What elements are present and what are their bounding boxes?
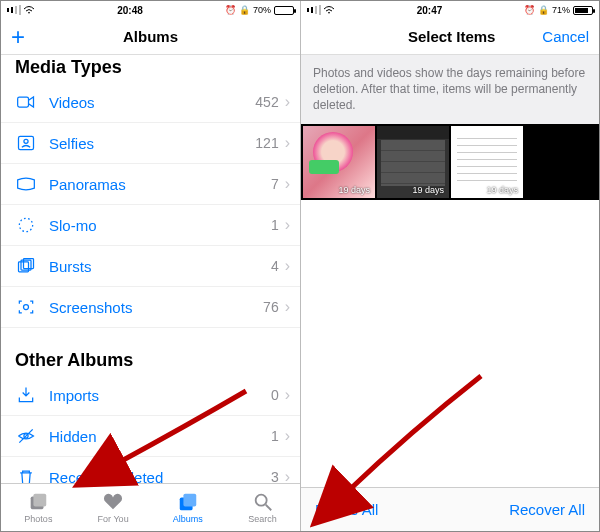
row-count: 76 bbox=[263, 299, 279, 315]
tab-search[interactable]: Search bbox=[225, 484, 300, 531]
hidden-icon bbox=[15, 425, 37, 447]
row-label: Recently Deleted bbox=[49, 469, 271, 484]
svg-point-7 bbox=[24, 305, 29, 310]
status-bar: 20:48 ⏰ 🔒 70% bbox=[1, 1, 300, 19]
row-label: Imports bbox=[49, 387, 271, 404]
tab-label: For You bbox=[98, 514, 129, 524]
wifi-icon bbox=[323, 6, 335, 15]
row-label: Hidden bbox=[49, 428, 271, 445]
orientation-lock-icon: 🔒 bbox=[239, 5, 250, 15]
photos-icon bbox=[27, 491, 49, 513]
albums-screen: 20:48 ⏰ 🔒 70% + Albums Media Types Video… bbox=[1, 1, 301, 531]
chevron-right-icon: › bbox=[285, 175, 290, 193]
row-count: 1 bbox=[271, 428, 279, 444]
row-count: 452 bbox=[255, 94, 278, 110]
section-other-albums: Other Albums bbox=[1, 342, 300, 375]
row-label: Screenshots bbox=[49, 299, 263, 316]
search-icon bbox=[252, 491, 274, 513]
chevron-right-icon: › bbox=[285, 468, 290, 483]
row-label: Selfies bbox=[49, 135, 255, 152]
row-label: Panoramas bbox=[49, 176, 271, 193]
bottom-toolbar: Delete All Recover All bbox=[301, 487, 599, 531]
svg-rect-11 bbox=[34, 494, 47, 507]
days-remaining: 19 days bbox=[486, 185, 518, 195]
row-count: 0 bbox=[271, 387, 279, 403]
trash-icon bbox=[15, 466, 37, 483]
screenshot-icon bbox=[15, 296, 37, 318]
tab-label: Search bbox=[248, 514, 277, 524]
svg-point-2 bbox=[24, 139, 28, 143]
slomo-icon bbox=[15, 214, 37, 236]
row-screenshots[interactable]: Screenshots 76 › bbox=[1, 287, 300, 328]
alarm-icon: ⏰ bbox=[524, 5, 535, 15]
chevron-right-icon: › bbox=[285, 257, 290, 275]
video-icon bbox=[15, 91, 37, 113]
svg-point-14 bbox=[255, 495, 266, 506]
foryou-icon bbox=[102, 491, 124, 513]
row-selfies[interactable]: Selfies 121 › bbox=[1, 123, 300, 164]
nav-bar: Select Items Cancel bbox=[301, 19, 599, 55]
row-label: Bursts bbox=[49, 258, 271, 275]
signal-icon bbox=[307, 5, 335, 15]
row-hidden[interactable]: Hidden 1 › bbox=[1, 416, 300, 457]
status-bar: 20:47 ⏰ 🔒 71% bbox=[301, 1, 599, 19]
svg-rect-0 bbox=[18, 97, 29, 107]
nav-title: Select Items bbox=[361, 28, 542, 45]
days-remaining: 19 days bbox=[338, 185, 370, 195]
tab-bar: Photos For You Albums Search bbox=[1, 483, 300, 531]
chevron-right-icon: › bbox=[285, 93, 290, 111]
row-count: 3 bbox=[271, 469, 279, 483]
other-albums-list: Imports 0 › Hidden 1 › Recently Deleted … bbox=[1, 375, 300, 483]
info-banner: Photos and videos show the days remainin… bbox=[301, 55, 599, 124]
chevron-right-icon: › bbox=[285, 386, 290, 404]
svg-rect-13 bbox=[183, 494, 196, 507]
battery-icon bbox=[274, 6, 294, 15]
panorama-icon bbox=[15, 173, 37, 195]
alarm-icon: ⏰ bbox=[225, 5, 236, 15]
select-items-screen: 20:47 ⏰ 🔒 71% Select Items Cancel Photos… bbox=[301, 1, 599, 531]
albums-icon bbox=[177, 491, 199, 513]
battery-text: 70% bbox=[253, 5, 271, 15]
tab-for-you[interactable]: For You bbox=[76, 484, 151, 531]
days-remaining: 19 days bbox=[412, 185, 444, 195]
row-bursts[interactable]: Bursts 4 › bbox=[1, 246, 300, 287]
row-panoramas[interactable]: Panoramas 7 › bbox=[1, 164, 300, 205]
wifi-icon bbox=[23, 6, 35, 15]
row-imports[interactable]: Imports 0 › bbox=[1, 375, 300, 416]
row-label: Slo-mo bbox=[49, 217, 271, 234]
delete-all-button[interactable]: Delete All bbox=[315, 501, 378, 518]
row-slomo[interactable]: Slo-mo 1 › bbox=[1, 205, 300, 246]
tab-label: Albums bbox=[173, 514, 203, 524]
cancel-button[interactable]: Cancel bbox=[542, 28, 589, 45]
chevron-right-icon: › bbox=[285, 216, 290, 234]
battery-icon bbox=[573, 6, 593, 15]
imports-icon bbox=[15, 384, 37, 406]
status-time: 20:48 bbox=[35, 5, 225, 16]
svg-line-9 bbox=[19, 429, 32, 442]
nav-bar: + Albums bbox=[1, 19, 300, 55]
chevron-right-icon: › bbox=[285, 134, 290, 152]
row-videos[interactable]: Videos 452 › bbox=[1, 82, 300, 123]
row-recently-deleted[interactable]: Recently Deleted 3 › bbox=[1, 457, 300, 483]
nav-title: Albums bbox=[31, 28, 270, 45]
section-media-types: Media Types bbox=[1, 55, 300, 82]
svg-point-3 bbox=[19, 218, 32, 231]
row-count: 121 bbox=[255, 135, 278, 151]
row-count: 1 bbox=[271, 217, 279, 233]
row-label: Videos bbox=[49, 94, 255, 111]
tab-photos[interactable]: Photos bbox=[1, 484, 76, 531]
thumbnail-grid: 19 days 19 days 19 days bbox=[301, 124, 599, 200]
selfie-icon bbox=[15, 132, 37, 154]
photo-thumbnail[interactable]: 19 days bbox=[451, 126, 523, 198]
svg-line-15 bbox=[265, 505, 271, 511]
chevron-right-icon: › bbox=[285, 298, 290, 316]
row-count: 7 bbox=[271, 176, 279, 192]
recover-all-button[interactable]: Recover All bbox=[509, 501, 585, 518]
tab-albums[interactable]: Albums bbox=[151, 484, 226, 531]
photo-thumbnail[interactable]: 19 days bbox=[303, 126, 375, 198]
photo-thumbnail[interactable]: 19 days bbox=[377, 126, 449, 198]
battery-text: 71% bbox=[552, 5, 570, 15]
row-count: 4 bbox=[271, 258, 279, 274]
status-time: 20:47 bbox=[335, 5, 524, 16]
add-button[interactable]: + bbox=[11, 23, 31, 51]
